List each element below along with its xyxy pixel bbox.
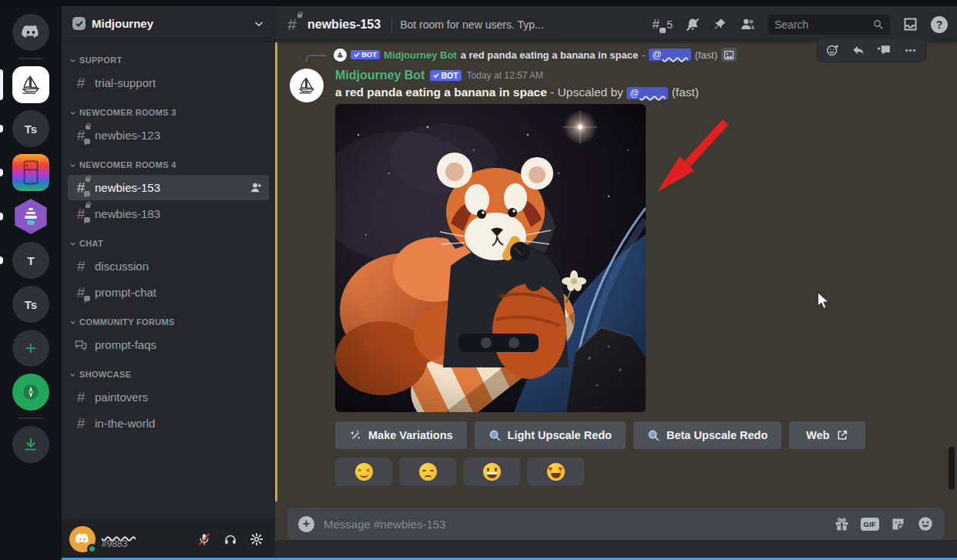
search-input[interactable]: Search — [768, 15, 890, 35]
channel-topbar: # newbies-153 Bot room for new users. Ty… — [275, 6, 957, 42]
user-mention[interactable]: @xxxxxx — [626, 87, 668, 99]
add-reaction-button[interactable] — [821, 40, 844, 60]
web-button[interactable]: Web — [789, 421, 865, 449]
channel-discussion[interactable]: # discussion — [68, 253, 269, 279]
reaction-confounded-face[interactable]: >< — [335, 458, 392, 486]
hash-icon: # — [74, 75, 88, 90]
discord-app: Ts T Ts — [0, 0, 957, 560]
threads-button[interactable]: # 5 — [648, 18, 673, 32]
grinning-face-emoji — [483, 463, 501, 481]
channel-trial-support[interactable]: # trial-support — [68, 70, 269, 96]
channel-newbies-123[interactable]: # newbies-123 — [68, 122, 269, 148]
channel-prompt-chat[interactable]: # prompt-chat — [68, 280, 269, 305]
unread-indicator — [0, 257, 3, 264]
server-rail: Ts T Ts — [0, 6, 62, 560]
add-member-icon[interactable] — [250, 181, 263, 194]
channel-in-the-world[interactable]: # in-the-world — [68, 411, 269, 436]
hash-icon: # — [74, 416, 88, 431]
server-ts-2[interactable]: Ts — [12, 286, 49, 323]
add-server-button[interactable]: + — [12, 330, 49, 367]
gift-icon[interactable] — [834, 516, 850, 532]
selected-server-indicator — [0, 69, 3, 100]
server-fridge[interactable] — [12, 154, 49, 191]
create-thread-button[interactable] — [873, 40, 896, 60]
mouse-cursor — [816, 291, 831, 310]
gif-picker-icon[interactable]: GIF — [861, 518, 879, 531]
server-t[interactable]: T — [12, 242, 49, 279]
category-newcomer-rooms-3[interactable]: NEWCOMER ROOMS 3 — [62, 103, 275, 122]
inbox-button[interactable] — [902, 16, 918, 32]
hash-bubble-lock-icon: # — [74, 206, 88, 221]
make-variations-button[interactable]: Make Variations — [335, 421, 467, 449]
reply-avatar — [334, 49, 347, 62]
pinned-messages-button[interactable] — [713, 17, 727, 32]
explore-servers-button[interactable] — [12, 374, 49, 411]
category-newcomer-rooms-4[interactable]: NEWCOMER ROOMS 4 — [62, 156, 275, 174]
message-author[interactable]: Midjourney Bot — [335, 69, 425, 82]
hash-bubble-lock-icon: # — [74, 128, 88, 143]
category-chat[interactable]: CHAT — [62, 234, 275, 253]
annotation-red-arrow — [654, 114, 733, 197]
search-icon — [872, 18, 884, 30]
plus-icon: + — [12, 330, 49, 367]
download-apps-button[interactable] — [12, 426, 49, 463]
more-options-button[interactable]: ••• — [899, 40, 922, 60]
download-icon — [12, 426, 49, 463]
reaction-expressionless-face[interactable] — [399, 458, 456, 486]
unread-indicator — [0, 213, 3, 220]
redacted-username: xxxxxxxx — [102, 529, 187, 538]
sparkles-icon — [349, 429, 362, 442]
channel-topic[interactable]: Bot room for new users. Typ... — [400, 18, 543, 31]
user-identity[interactable]: xxxxxxxx #9883 — [102, 529, 187, 549]
server-header[interactable]: Midjourney — [62, 6, 275, 42]
midjourney-bot-avatar[interactable] — [290, 69, 324, 102]
category-support[interactable]: SUPPORT — [62, 51, 275, 69]
server-hexagon[interactable] — [12, 198, 49, 235]
message-input[interactable]: + Message #newbies-153 GIF — [287, 508, 945, 540]
chat-scrollbar-thumb[interactable] — [949, 447, 955, 490]
channel-newbies-183[interactable]: # newbies-183 — [68, 201, 269, 226]
home-button[interactable] — [12, 14, 49, 51]
reaction-grinning-face[interactable] — [463, 458, 520, 486]
confounded-face-emoji: >< — [355, 463, 373, 481]
light-upscale-redo-button[interactable]: Light Upscale Redo — [475, 421, 626, 449]
topbar-divider — [391, 16, 392, 33]
channel-paintovers[interactable]: # paintovers — [68, 384, 269, 410]
user-avatar[interactable] — [69, 526, 96, 552]
magnifier-icon — [647, 429, 660, 442]
reply-button[interactable] — [847, 40, 870, 60]
rail-divider — [18, 58, 43, 59]
rail-divider — [18, 417, 43, 419]
settings-gear-button[interactable] — [246, 529, 267, 549]
bell-slash-icon — [685, 17, 700, 32]
channel-list: SUPPORT # trial-support NEWCOMER ROOMS 3… — [62, 42, 275, 518]
unread-indicator — [0, 169, 3, 176]
pin-icon — [713, 17, 727, 32]
member-list-button[interactable] — [740, 16, 756, 32]
channel-prompt-faqs[interactable]: prompt-faqs — [68, 332, 269, 357]
server-ts-1[interactable]: Ts — [12, 110, 49, 147]
hash-icon: # — [74, 259, 88, 273]
emoji-picker-icon[interactable] — [917, 515, 934, 532]
category-community-forums[interactable]: COMMUNITY FORUMS — [62, 313, 275, 331]
unread-indicator — [0, 125, 3, 132]
notifications-muted-button[interactable] — [685, 17, 700, 32]
server-midjourney[interactable] — [12, 66, 49, 103]
reply-speed-tag: (fast) — [695, 49, 718, 61]
sticker-icon[interactable] — [890, 516, 906, 532]
user-mention[interactable]: @xxxxxx — [649, 49, 690, 61]
midjourney-sailboat-icon — [12, 66, 49, 103]
beta-upscale-redo-button[interactable]: Beta Upscale Redo — [633, 421, 781, 449]
channel-newbies-153-selected[interactable]: # newbies-153 — [68, 175, 269, 200]
deafen-button[interactable] — [220, 529, 241, 549]
user-panel: xxxxxxxx #9883 — [62, 518, 275, 560]
help-button[interactable]: ? — [931, 16, 948, 33]
attach-plus-icon[interactable]: + — [298, 516, 314, 532]
reply-author[interactable]: Midjourney Bot — [384, 49, 457, 61]
generated-image-red-panda[interactable] — [335, 104, 646, 412]
chat-column: # newbies-153 Bot room for new users. Ty… — [275, 6, 957, 560]
inbox-icon — [902, 16, 918, 32]
reaction-heart-eyes-face[interactable]: ♥♥ — [527, 458, 584, 486]
mic-muted-button[interactable] — [193, 529, 215, 549]
category-showcase[interactable]: SHOWCASE — [62, 365, 275, 384]
